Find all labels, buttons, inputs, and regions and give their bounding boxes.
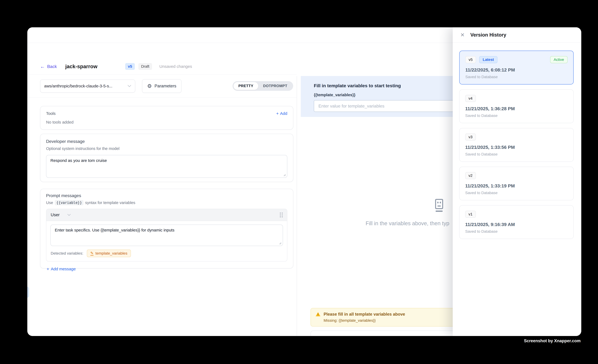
tools-empty-text: No tools added bbox=[46, 120, 287, 124]
toggle-dotprompt[interactable]: DOTPROMPT bbox=[258, 82, 292, 90]
collapsed-panel-handle[interactable] bbox=[27, 287, 29, 298]
editor-toolbar: aws/anthropic/bedrock-claude-3-5-s... ⚙ … bbox=[27, 75, 297, 98]
role-select[interactable]: User bbox=[51, 212, 71, 217]
version-saved-label: Saved to Database bbox=[465, 152, 568, 157]
message-body: Enter task specifics. Use {{template_var… bbox=[46, 221, 287, 246]
message-header: User bbox=[46, 209, 287, 221]
version-list: v5 Latest Active 11/22/2025, 6:08:12 PM … bbox=[453, 43, 581, 239]
model-select[interactable]: aws/anthropic/bedrock-claude-3-5-s... bbox=[40, 80, 135, 92]
latest-badge: Latest bbox=[479, 56, 498, 63]
version-history-title: Version History bbox=[470, 32, 506, 38]
robot-icon bbox=[434, 199, 444, 213]
version-badge: v5 bbox=[125, 63, 135, 70]
version-saved-label: Saved to Database bbox=[465, 114, 568, 118]
version-number-badge: v3 bbox=[465, 133, 476, 141]
tools-card: Tools + Add No tools added bbox=[40, 106, 293, 130]
version-saved-label: Saved to Database bbox=[465, 75, 568, 79]
version-saved-label: Saved to Database bbox=[465, 191, 568, 195]
tools-title: Tools bbox=[46, 111, 56, 116]
warning-icon bbox=[316, 312, 321, 317]
version-item-v1[interactable]: v1 11/21/2025, 9:16:39 AM Saved to Datab… bbox=[459, 205, 574, 239]
add-message-label: Add message bbox=[51, 267, 76, 271]
detected-variables-label: Detected variables: bbox=[51, 251, 83, 256]
developer-message-subtitle: Optional system instructions for the mod… bbox=[46, 146, 287, 151]
prompt-messages-subtitle: Use {{variable}} syntax for template var… bbox=[46, 200, 287, 205]
message-input[interactable]: Enter task specifics. Use {{template_var… bbox=[50, 224, 283, 246]
version-item-v5[interactable]: v5 Latest Active 11/22/2025, 6:08:12 PM … bbox=[459, 50, 574, 84]
template-variable-chip-label: template_variables bbox=[95, 251, 127, 256]
add-message-button[interactable]: + Add message bbox=[46, 267, 287, 271]
variable-syntax-chip: {{variable}} bbox=[55, 200, 83, 205]
developer-message-card: Developer message Optional system instru… bbox=[40, 134, 293, 182]
version-timestamp: 11/21/2025, 1:33:19 PM bbox=[465, 183, 568, 189]
prompt-messages-card: Prompt messages Use {{variable}} syntax … bbox=[40, 189, 293, 268]
back-button[interactable]: ← Back bbox=[40, 64, 57, 69]
drag-handle[interactable] bbox=[280, 213, 283, 217]
model-select-value: aws/anthropic/bedrock-claude-3-5-s... bbox=[44, 84, 112, 88]
prompt-editor-column: ← Back jack-sparrow v5 Draft Unsaved cha… bbox=[27, 43, 297, 336]
unsaved-changes-label: Unsaved changes bbox=[159, 64, 192, 69]
chevron-down-icon bbox=[128, 85, 131, 87]
watermark: Screenshot by Xnapper.com bbox=[524, 339, 581, 343]
app-window: ← Back jack-sparrow v5 Draft Unsaved cha… bbox=[27, 27, 581, 336]
version-item-v2[interactable]: v2 11/21/2025, 1:33:19 PM Saved to Datab… bbox=[459, 167, 574, 200]
title-row: ← Back jack-sparrow v5 Draft Unsaved cha… bbox=[27, 58, 297, 75]
subtitle-prefix: Use bbox=[46, 200, 53, 205]
toggle-pretty[interactable]: PRETTY bbox=[233, 82, 258, 90]
empty-state-text: Fill in the variables above, then typ bbox=[365, 220, 449, 226]
template-variable-chip[interactable]: ✎ template_variables bbox=[87, 249, 131, 257]
add-tool-label: Add bbox=[280, 111, 287, 116]
back-label: Back bbox=[47, 64, 57, 69]
version-number-badge: v5 bbox=[465, 56, 476, 63]
gear-icon: ⚙ bbox=[147, 83, 152, 89]
version-timestamp: 11/22/2025, 6:08:12 PM bbox=[465, 67, 568, 73]
version-history-header: ✕ Version History bbox=[453, 27, 581, 43]
prompt-messages-title: Prompt messages bbox=[46, 193, 287, 198]
parameters-button[interactable]: ⚙ Parameters bbox=[142, 79, 182, 93]
add-tool-button[interactable]: + Add bbox=[276, 111, 287, 116]
resize-handle-icon[interactable] bbox=[279, 242, 281, 244]
back-arrow-icon: ← bbox=[40, 64, 45, 69]
screen: { "header": { "back_arrow": "←", "back":… bbox=[0, 0, 598, 364]
version-timestamp: 11/21/2025, 1:33:56 PM bbox=[465, 145, 568, 150]
version-item-v4[interactable]: v4 11/21/2025, 1:36:28 PM Saved to Datab… bbox=[459, 90, 574, 123]
plus-icon: + bbox=[276, 111, 279, 116]
version-history-panel: ✕ Version History v5 Latest Active 11/22… bbox=[453, 27, 581, 336]
active-badge: Active bbox=[550, 56, 568, 63]
version-number-badge: v2 bbox=[465, 172, 476, 179]
developer-message-title: Developer message bbox=[46, 139, 287, 144]
resize-handle-icon[interactable] bbox=[283, 174, 286, 176]
warning-title: Please fill in all template variables ab… bbox=[324, 312, 405, 317]
detected-variables-row: Detected variables: ✎ template_variables bbox=[46, 246, 287, 261]
version-timestamp: 11/21/2025, 9:16:39 AM bbox=[465, 222, 568, 227]
parameters-label: Parameters bbox=[155, 83, 176, 89]
chevron-down-icon bbox=[67, 214, 71, 216]
header-badges: v5 Draft Unsaved changes bbox=[125, 63, 192, 70]
version-timestamp: 11/21/2025, 1:36:28 PM bbox=[465, 106, 568, 111]
pencil-icon: ✎ bbox=[90, 251, 93, 256]
developer-message-input[interactable]: Respond as you are tom cruise bbox=[46, 155, 287, 178]
draft-badge: Draft bbox=[138, 63, 152, 70]
version-number-badge: v1 bbox=[465, 211, 476, 218]
subtitle-suffix: syntax for template variables bbox=[85, 200, 135, 205]
view-mode-toggle: PRETTY DOTPROMPT bbox=[233, 81, 293, 91]
editor-content: Tools + Add No tools added Developer mes… bbox=[27, 98, 297, 336]
page-title: jack-sparrow bbox=[65, 64, 98, 69]
role-select-value: User bbox=[51, 212, 59, 217]
plus-icon: + bbox=[47, 267, 49, 271]
version-number-badge: v4 bbox=[465, 95, 476, 102]
message-block: User Enter task specifics. Use {{templat… bbox=[46, 209, 287, 262]
version-saved-label: Saved to Database bbox=[465, 229, 568, 234]
version-item-v3[interactable]: v3 11/21/2025, 1:33:56 PM Saved to Datab… bbox=[459, 128, 574, 162]
close-icon[interactable]: ✕ bbox=[460, 32, 465, 38]
